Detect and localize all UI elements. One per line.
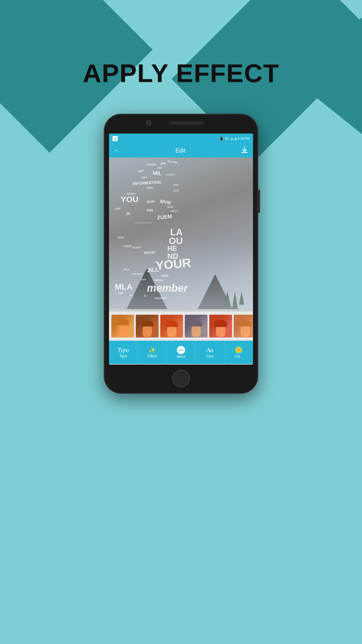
phone-home-button[interactable] xyxy=(172,370,190,387)
thumb-person xyxy=(234,315,253,337)
thumb-person xyxy=(209,315,232,337)
word-art-member: member xyxy=(147,283,188,293)
battery-icon: ▮ xyxy=(235,137,236,141)
time-display: 4:30 PM xyxy=(238,137,249,140)
word-art-item: HIA xyxy=(129,295,133,297)
app-notification-icon: ▣ xyxy=(113,136,118,141)
status-bar: ▣ 📳 4G ▲ ▮ 4:30 PM xyxy=(109,134,253,144)
word-art-item: ASEM xyxy=(124,245,131,248)
word-art-item: allow xyxy=(173,190,179,192)
word-art-item: MVM xyxy=(160,199,171,205)
tool-word[interactable]: ABC Word xyxy=(167,341,196,364)
word-art-item: account xyxy=(132,273,143,275)
word-art-item: positions xyxy=(166,174,175,176)
svg-rect-0 xyxy=(241,152,248,153)
word-art-item: remember xyxy=(154,297,167,300)
word-art-item: uaw xyxy=(115,207,121,211)
thumbnail-item[interactable] xyxy=(160,315,183,337)
photo-separator xyxy=(109,309,253,312)
font-icon: Aa xyxy=(206,346,213,354)
thumbnail-strip[interactable] xyxy=(109,312,253,341)
word-art-item: ••••••••••••••• xyxy=(135,222,152,224)
phone-screen: ▣ 📳 4G ▲ ▮ 4:30 PM ← Edit xyxy=(109,134,253,365)
word-art-item: InFo xyxy=(147,187,153,190)
word-art-item: English xyxy=(132,246,141,249)
word-art-item: n00ur xyxy=(141,176,148,179)
word-art-item: Emb xyxy=(147,200,155,204)
thumb-person xyxy=(111,315,134,337)
word-art-item: KIN xyxy=(147,208,153,212)
word-art-item: login xyxy=(118,292,124,294)
effect-label: Effect xyxy=(148,354,157,358)
status-bar-left: ▣ xyxy=(113,136,118,141)
phone-side-button xyxy=(258,190,260,213)
effect-icon: ✨ xyxy=(149,346,156,354)
word-art-item: user xyxy=(141,279,146,281)
word-label: Word xyxy=(177,355,185,359)
word-art-item: JILL xyxy=(147,266,159,273)
color-palette-icon xyxy=(235,346,242,354)
word-art-item: tions xyxy=(167,206,174,208)
thumbnail-item[interactable] xyxy=(111,315,134,337)
word-art-item: MLA xyxy=(115,283,133,291)
word-art-item: HE xyxy=(167,245,177,252)
thumb-person xyxy=(185,315,208,337)
word-art-item: click xyxy=(173,183,178,186)
typo-label: Typo xyxy=(120,354,127,358)
word-art-item: Jabs xyxy=(157,167,162,169)
typo-portrait: Job Faculty Jabs Access nor positions n0… xyxy=(109,158,253,309)
font-label: Font xyxy=(206,354,213,358)
word-art-item: Job xyxy=(160,162,166,165)
photo-canvas[interactable]: Job Faculty Jabs Access nor positions n0… xyxy=(109,158,253,309)
word-art-item: MLA xyxy=(124,268,129,271)
word-art-item: Access xyxy=(167,160,178,164)
word-art-item: nor xyxy=(138,169,144,173)
phone-body: ▣ 📳 4G ▲ ▮ 4:30 PM ← Edit xyxy=(104,114,258,394)
word-art-item: Faculty xyxy=(147,163,156,166)
word-art-item: MIL xyxy=(152,170,162,176)
vibrate-icon: 📳 xyxy=(219,137,224,141)
app-toolbar: ← Edit xyxy=(109,144,253,158)
word-art-item: fellow xyxy=(154,279,163,282)
word-art-item: click xyxy=(161,274,168,277)
word-art-item: ZUEM xyxy=(157,214,172,220)
save-button[interactable] xyxy=(241,146,248,155)
tool-font[interactable]: Aa Font xyxy=(196,341,224,364)
thumbnail-item[interactable] xyxy=(234,315,253,337)
signal-bars: ▲ xyxy=(230,137,233,140)
page-title: APPLY EFFECT xyxy=(0,58,362,88)
word-art-item: SVAL xyxy=(118,236,125,239)
word-art-item: in xyxy=(144,295,146,297)
tool-typo[interactable]: Typo Typo xyxy=(109,341,138,364)
word-icon: ABC xyxy=(177,346,185,354)
thumbnail-item[interactable] xyxy=(136,315,159,337)
word-art-item: th xyxy=(126,211,130,216)
thumbnail-item[interactable] xyxy=(185,315,208,337)
tool-color[interactable]: Col... xyxy=(224,341,253,364)
word-art-item: YOUR xyxy=(155,257,191,272)
phone-camera xyxy=(146,120,151,125)
tool-effect[interactable]: ✨ Effect xyxy=(138,341,167,364)
status-bar-right: 📳 4G ▲ ▮ 4:30 PM xyxy=(219,137,249,141)
toolbar-title: Edit xyxy=(175,147,185,154)
word-art-item: NOVAY xyxy=(144,251,156,255)
back-button[interactable]: ← xyxy=(114,147,120,154)
typo-icon: Typo xyxy=(118,347,129,354)
phone-speaker xyxy=(169,121,204,125)
thumbnail-item[interactable] xyxy=(209,315,232,337)
color-label: Col... xyxy=(235,354,243,358)
phone-device: ▣ 📳 4G ▲ ▮ 4:30 PM ← Edit xyxy=(104,114,258,604)
word-art-item: INFORMATION xyxy=(132,180,161,186)
bottom-toolbar: Typo Typo ✨ Effect ABC Word Aa Font xyxy=(109,341,253,364)
word-art-item: mation xyxy=(170,210,178,212)
word-art-item: YOU xyxy=(121,195,138,204)
signal-4g: 4G xyxy=(225,137,229,140)
thumb-person xyxy=(136,315,159,337)
thumb-person xyxy=(160,315,183,337)
